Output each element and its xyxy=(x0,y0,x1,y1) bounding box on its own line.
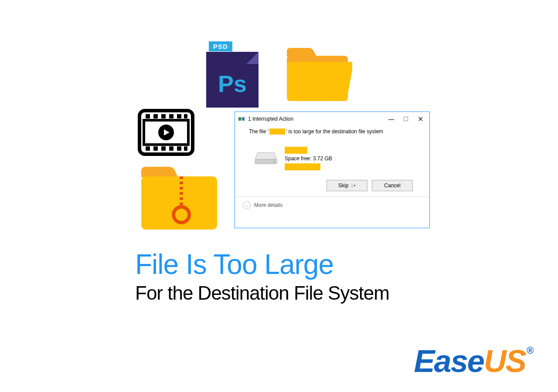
brand-part2: US xyxy=(484,343,526,379)
msg-suffix: ' is too large for the destination file … xyxy=(286,128,383,135)
psd-file-icon: PSD Ps xyxy=(206,41,259,107)
svg-rect-12 xyxy=(161,146,166,151)
brand-part1: Ease xyxy=(414,343,484,379)
svg-rect-7 xyxy=(169,114,174,118)
brand-registered: ® xyxy=(527,345,534,356)
brand-logo: EaseUS® xyxy=(414,343,533,379)
dropdown-arrow-icon: │▾ xyxy=(351,183,356,188)
minimize-button[interactable]: — xyxy=(388,116,394,122)
drive-icon xyxy=(254,150,278,167)
redacted-filename xyxy=(269,128,285,135)
svg-rect-5 xyxy=(153,114,158,118)
dialog-titlebar[interactable]: 1 Interrupted Action — ✕ xyxy=(235,112,429,126)
svg-rect-11 xyxy=(153,146,158,151)
interrupted-action-dialog: 1 Interrupted Action — ✕ The file ' ' is… xyxy=(235,112,430,228)
headline-line2: For the Destination File System xyxy=(135,282,389,304)
chevron-down-icon: ⌄ xyxy=(243,201,251,209)
svg-rect-8 xyxy=(177,114,181,118)
svg-point-22 xyxy=(274,161,275,162)
redacted-drive-path xyxy=(285,163,320,170)
more-details-toggle[interactable]: ⌄ More details xyxy=(235,197,429,213)
folder-icon xyxy=(282,44,352,106)
cancel-button[interactable]: Cancel xyxy=(372,180,413,191)
dialog-title: 1 Interrupted Action xyxy=(248,116,388,122)
copy-action-icon xyxy=(238,115,245,122)
video-icon xyxy=(138,109,194,158)
redacted-drive-name xyxy=(285,147,307,154)
space-free-text: Space free: 3.72 GB xyxy=(285,155,332,162)
skip-button[interactable]: Skip │▾ xyxy=(327,180,367,191)
svg-rect-15 xyxy=(184,146,187,151)
svg-rect-10 xyxy=(146,146,150,151)
msg-prefix: The file ' xyxy=(249,128,269,135)
psd-text: Ps xyxy=(206,70,259,97)
svg-rect-6 xyxy=(161,114,166,118)
svg-rect-4 xyxy=(146,114,150,118)
svg-rect-13 xyxy=(169,146,174,151)
headline: File Is Too Large For the Destination Fi… xyxy=(135,249,389,304)
zip-folder-icon xyxy=(138,163,221,235)
svg-rect-9 xyxy=(184,114,187,118)
maximize-button[interactable] xyxy=(404,117,408,121)
close-button[interactable]: ✕ xyxy=(418,115,423,123)
svg-rect-14 xyxy=(177,146,181,151)
more-details-label: More details xyxy=(254,202,282,208)
psd-badge: PSD xyxy=(209,41,232,51)
headline-line1: File Is Too Large xyxy=(135,249,389,280)
dialog-message: The file ' ' is too large for the destin… xyxy=(249,128,421,135)
